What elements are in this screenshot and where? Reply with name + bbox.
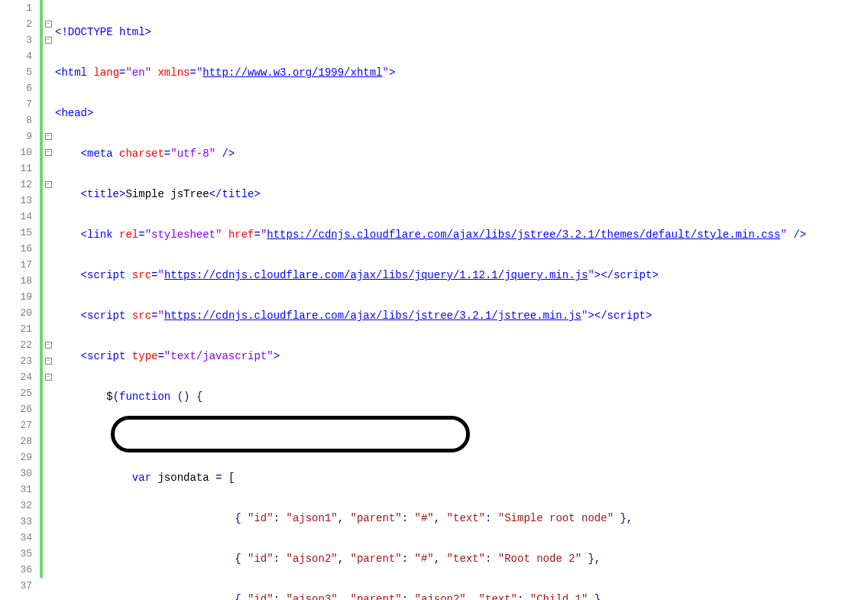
line-number: 3 [0, 32, 32, 48]
line-number: 9 [0, 128, 32, 144]
fold-toggle-icon[interactable]: − [45, 37, 52, 44]
code-line[interactable]: { "id": "ajson1", "parent": "#", "text":… [53, 511, 868, 527]
line-number: 14 [0, 209, 32, 225]
code-line[interactable]: <meta charset="utf-8" /> [53, 146, 868, 162]
line-number: 21 [0, 321, 32, 337]
line-number: 37 [0, 578, 32, 594]
line-number: 4 [0, 48, 32, 64]
fold-toggle-icon[interactable]: − [45, 358, 52, 365]
code-line[interactable]: { "id": "ajson3", "parent": "ajson2", "t… [53, 592, 868, 600]
line-number: 23 [0, 353, 32, 369]
line-number: 29 [0, 449, 32, 465]
fold-toggle-icon[interactable]: − [45, 342, 52, 349]
code-line[interactable]: <title>Simple jsTree</title> [53, 186, 868, 203]
line-number: 33 [0, 514, 32, 530]
line-number: 30 [0, 465, 32, 482]
code-line[interactable]: <head> [53, 105, 868, 122]
fold-toggle-icon[interactable]: − [45, 149, 52, 156]
code-area[interactable]: <!DOCTYPE html> <html lang="en" xmlns="h… [53, 0, 868, 600]
line-number: 15 [0, 225, 32, 241]
code-line[interactable]: <link rel="stylesheet" href="https://cdn… [53, 227, 868, 243]
line-number: 18 [0, 273, 32, 289]
line-number: 2 [0, 16, 32, 32]
line-number: 7 [0, 96, 32, 112]
fold-toggle-icon[interactable]: − [45, 374, 52, 381]
line-number: 1 [0, 0, 32, 16]
fold-toggle-icon[interactable]: − [45, 133, 52, 140]
line-number: 16 [0, 241, 32, 257]
code-line[interactable]: <html lang="en" xmlns="http://www.w3.org… [53, 65, 868, 81]
line-number: 28 [0, 433, 32, 449]
line-number: 26 [0, 401, 32, 417]
code-line[interactable] [53, 430, 868, 446]
fold-toggle-icon[interactable]: − [45, 181, 52, 188]
code-editor: 1234567891011121314151617181920212223242… [0, 0, 868, 600]
line-number: 32 [0, 498, 32, 514]
line-number: 27 [0, 417, 32, 433]
line-number: 20 [0, 305, 32, 321]
code-line[interactable]: <!DOCTYPE html> [53, 24, 868, 41]
line-number: 11 [0, 161, 32, 177]
code-line[interactable]: <script src="https://cdnjs.cloudflare.co… [53, 268, 868, 284]
line-number: 17 [0, 257, 32, 273]
line-number: 6 [0, 80, 32, 96]
line-number-gutter: 1234567891011121314151617181920212223242… [0, 0, 40, 600]
line-number: 13 [0, 193, 32, 209]
line-number: 22 [0, 337, 32, 353]
code-line[interactable]: <script type="text/javascript"> [53, 349, 868, 365]
line-number: 34 [0, 530, 32, 546]
line-number: 35 [0, 546, 32, 562]
code-line[interactable]: <script src="https://cdnjs.cloudflare.co… [53, 308, 868, 324]
line-number: 25 [0, 385, 32, 401]
line-number: 36 [0, 562, 32, 578]
line-number: 31 [0, 482, 32, 498]
fold-column: −−−−−−−− [43, 0, 53, 600]
line-number: 8 [0, 112, 32, 128]
code-line[interactable]: { "id": "ajson2", "parent": "#", "text":… [53, 551, 868, 567]
line-number: 5 [0, 64, 32, 80]
code-line[interactable]: $(function () { [53, 389, 868, 405]
code-line[interactable]: var jsondata = [ [53, 470, 868, 486]
fold-toggle-icon[interactable]: − [45, 21, 52, 28]
line-number: 12 [0, 177, 32, 193]
line-number: 19 [0, 289, 32, 305]
line-number: 24 [0, 369, 32, 385]
line-number: 10 [0, 144, 32, 161]
